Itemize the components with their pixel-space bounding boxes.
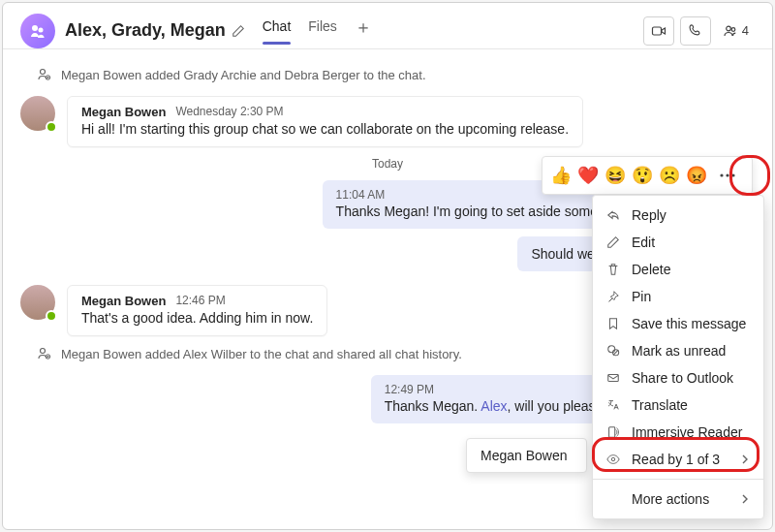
unread-icon bbox=[606, 344, 622, 358]
menu-read-by[interactable]: Read by 1 of 3 bbox=[593, 446, 763, 473]
menu-label: Edit bbox=[632, 235, 655, 250]
pin-icon bbox=[606, 290, 622, 303]
chevron-right-icon bbox=[740, 494, 750, 504]
menu-mark-unread[interactable]: Mark as unread bbox=[593, 337, 763, 364]
menu-translate[interactable]: Translate bbox=[593, 391, 763, 419]
menu-label: Pin bbox=[632, 289, 651, 304]
video-call-button[interactable] bbox=[643, 16, 674, 46]
system-text: Megan Bowen added Grady Archie and Debra… bbox=[61, 68, 426, 82]
header-tabs: Chat Files ＋ bbox=[263, 16, 372, 47]
message-text: Hi all! I'm starting this group chat so … bbox=[81, 121, 569, 137]
menu-label: More actions bbox=[632, 491, 709, 507]
avatar[interactable] bbox=[20, 96, 55, 131]
reaction-sad[interactable]: ☹️ bbox=[659, 165, 680, 186]
phone-icon bbox=[688, 23, 702, 38]
mail-icon bbox=[606, 371, 622, 385]
bookmark-icon bbox=[606, 317, 622, 330]
delete-icon bbox=[606, 263, 622, 276]
message-time: 12:46 PM bbox=[175, 294, 225, 308]
message-time: Wednesday 2:30 PM bbox=[175, 105, 283, 119]
incoming-message: Megan Bowen Wednesday 2:30 PM Hi all! I'… bbox=[20, 96, 755, 147]
system-text: Megan Bowen added Alex Wilber to the cha… bbox=[61, 347, 462, 361]
video-icon bbox=[651, 23, 666, 39]
reaction-like[interactable]: 👍 bbox=[550, 165, 572, 186]
read-by-tooltip: Megan Bowen bbox=[466, 438, 587, 473]
read-by-name: Megan Bowen bbox=[480, 448, 568, 463]
reply-icon bbox=[606, 208, 622, 222]
presence-available-icon bbox=[46, 310, 57, 322]
audio-call-button[interactable] bbox=[680, 16, 711, 46]
menu-label: Translate bbox=[632, 397, 688, 413]
svg-point-7 bbox=[41, 349, 46, 354]
menu-pin[interactable]: Pin bbox=[593, 283, 763, 310]
people-icon bbox=[723, 23, 738, 39]
reaction-bar: 👍 ❤️ 😆 😲 ☹️ 😡 bbox=[542, 156, 753, 195]
reaction-heart[interactable]: ❤️ bbox=[577, 165, 599, 186]
sender-name: Megan Bowen bbox=[81, 105, 166, 119]
menu-more-actions[interactable]: More actions bbox=[593, 485, 763, 513]
translate-icon bbox=[606, 398, 622, 412]
message-context-menu: Reply Edit Delete Pin Save this message … bbox=[592, 195, 764, 519]
chat-title: Alex, Grady, Megan bbox=[65, 20, 226, 41]
system-message: Megan Bowen added Grady Archie and Debra… bbox=[36, 67, 755, 82]
svg-point-10 bbox=[720, 173, 723, 176]
participant-count: 4 bbox=[742, 23, 749, 38]
menu-label: Save this message bbox=[632, 316, 746, 331]
menu-label: Mark as unread bbox=[632, 343, 726, 359]
menu-label: Share to Outlook bbox=[632, 370, 733, 386]
svg-point-13 bbox=[608, 346, 615, 353]
edit-title-icon[interactable] bbox=[232, 24, 245, 38]
reaction-angry[interactable]: 😡 bbox=[686, 165, 707, 186]
svg-rect-2 bbox=[652, 27, 661, 35]
svg-rect-16 bbox=[609, 427, 615, 438]
header-actions: 4 bbox=[643, 16, 755, 46]
svg-point-4 bbox=[731, 27, 735, 31]
svg-point-5 bbox=[41, 70, 46, 75]
ellipsis-icon bbox=[720, 173, 735, 177]
participants-button[interactable]: 4 bbox=[717, 16, 755, 46]
more-options-button[interactable] bbox=[713, 161, 742, 190]
add-people-icon bbox=[36, 346, 51, 361]
menu-divider bbox=[593, 479, 763, 480]
chat-header: Alex, Grady, Megan Chat Files ＋ 4 bbox=[3, 3, 772, 49]
menu-save[interactable]: Save this message bbox=[593, 310, 763, 337]
menu-immersive-reader[interactable]: Immersive Reader bbox=[593, 419, 763, 446]
reaction-laugh[interactable]: 😆 bbox=[604, 165, 626, 186]
group-avatar-icon bbox=[28, 21, 47, 41]
svg-rect-15 bbox=[608, 375, 619, 382]
svg-point-3 bbox=[726, 26, 730, 31]
chat-window: Alex, Grady, Megan Chat Files ＋ 4 bbox=[2, 2, 773, 530]
menu-edit[interactable]: Edit bbox=[593, 229, 763, 256]
svg-point-11 bbox=[726, 173, 728, 176]
reader-icon bbox=[606, 425, 622, 439]
group-avatar[interactable] bbox=[20, 14, 55, 48]
add-people-icon bbox=[36, 67, 51, 82]
menu-label: Reply bbox=[632, 207, 666, 223]
menu-label: Read by 1 of 3 bbox=[632, 452, 720, 467]
menu-share-outlook[interactable]: Share to Outlook bbox=[593, 364, 763, 391]
presence-available-icon bbox=[46, 121, 57, 133]
message-bubble[interactable]: Megan Bowen Wednesday 2:30 PM Hi all! I'… bbox=[67, 96, 583, 147]
avatar[interactable] bbox=[20, 285, 55, 320]
svg-point-0 bbox=[32, 25, 38, 31]
svg-point-1 bbox=[39, 27, 44, 32]
message-bubble[interactable]: Megan Bowen 12:46 PM That's a good idea.… bbox=[67, 285, 327, 336]
edit-icon bbox=[606, 235, 622, 249]
add-tab-icon[interactable]: ＋ bbox=[355, 16, 372, 47]
menu-delete[interactable]: Delete bbox=[593, 256, 763, 283]
mention[interactable]: Alex bbox=[480, 398, 507, 414]
sender-name: Megan Bowen bbox=[81, 294, 166, 308]
menu-label: Delete bbox=[632, 262, 670, 277]
menu-label: Immersive Reader bbox=[632, 424, 742, 440]
chevron-right-icon bbox=[740, 454, 750, 464]
tab-chat[interactable]: Chat bbox=[263, 18, 292, 44]
menu-reply[interactable]: Reply bbox=[593, 202, 763, 229]
svg-point-12 bbox=[731, 173, 734, 176]
svg-point-17 bbox=[611, 457, 615, 461]
message-text: That's a good idea. Adding him in now. bbox=[81, 310, 313, 326]
eye-icon bbox=[606, 453, 622, 466]
reaction-surprised[interactable]: 😲 bbox=[632, 165, 653, 186]
tab-files[interactable]: Files bbox=[308, 18, 337, 44]
